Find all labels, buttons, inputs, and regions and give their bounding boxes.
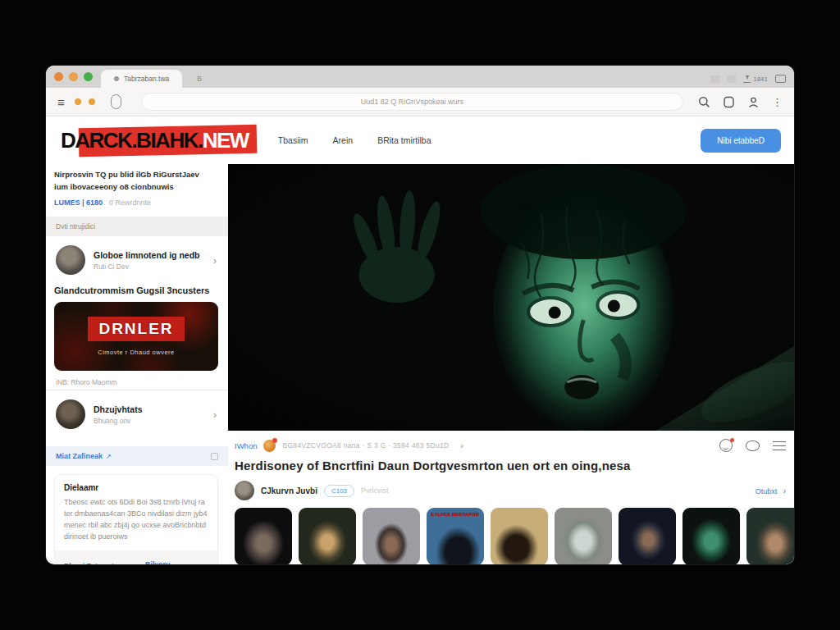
author-avatar[interactable] — [235, 481, 254, 500]
card-footer-link-2[interactable]: Bilveru — [145, 560, 171, 564]
stats-row: LUMES | 6180 0 Rewrdnnte — [54, 199, 218, 207]
thumbnail-pale-ghost-face[interactable] — [555, 508, 612, 564]
main-column: IWhon BG84VZCVOOA8 nana · S 3 G · 3594 4… — [228, 164, 794, 564]
window-maximize-button[interactable] — [84, 72, 93, 81]
site-description: Nirprosvin TQ pu blid ilGb RiGurstJaev i… — [54, 169, 218, 193]
chevron-right-icon: › — [213, 409, 217, 421]
thumbnail-overlay-text: EYLFES BERTAPSD — [427, 512, 484, 517]
menu-icon[interactable]: ≡ — [57, 95, 65, 109]
kebab-menu-icon[interactable]: ⋮ — [772, 96, 783, 108]
author-badge: C103 — [324, 485, 354, 497]
window-close-button[interactable] — [54, 72, 63, 81]
author-action-link[interactable]: Otubxt — [756, 487, 778, 495]
browser-window: Tabrzaban.twa B 1841 ≡ Uud1 82 Q RiGnVsp… — [46, 66, 794, 564]
main-nav: Tbasiim Arein BRita tmirtilba — [278, 135, 431, 145]
quick-link-bar[interactable]: Miat Zafineak ↗ — [46, 446, 228, 466]
thumbnail-man-green-bg[interactable] — [746, 508, 794, 564]
card-title: Dielaamr — [64, 483, 208, 492]
source-link[interactable]: IWhon — [235, 441, 257, 450]
related-thumbnails-strip: EYLFES BERTAPSD — [228, 504, 794, 564]
tab-favicon — [114, 76, 119, 81]
browser-tab-active[interactable]: Tabrzaban.twa — [101, 70, 182, 88]
orange-dot-icon[interactable] — [75, 98, 81, 105]
channel-subtitle: Ruti Ci Dev — [94, 262, 200, 271]
orange-dot-icon-2[interactable] — [89, 98, 95, 105]
window-controls — [54, 66, 101, 88]
account-icon[interactable] — [747, 96, 760, 108]
thumbnail-green-alien-face[interactable] — [682, 508, 740, 564]
window-minimize-button[interactable] — [69, 72, 78, 81]
banner-title: DRNLER — [88, 317, 184, 341]
profile-icon[interactable] — [723, 96, 735, 108]
avatar — [56, 399, 85, 429]
video-info-row: IWhon BG84VZCVOOA8 nana · S 3 G · 3594 4… — [228, 431, 794, 456]
card-footer-link-1[interactable]: Pber i Fytnmrt — [64, 562, 114, 564]
thumbnail-boy-dark-blue[interactable] — [619, 508, 676, 564]
chevron-right-icon: › — [783, 486, 786, 495]
banner-caption: Cimovte r Dhaud owvere — [98, 349, 175, 356]
author-action-wrap: Otubxt › — [756, 486, 786, 495]
browser-tab-bar: Tabrzaban.twa B 1841 — [46, 66, 794, 88]
site-description-line1: Nirprosvin TQ pu blid ilGb RiGurstJaev — [54, 170, 199, 179]
author-label: Pvrlcvist — [361, 486, 389, 495]
thumbnail-woman-grey-bg[interactable] — [363, 508, 420, 564]
tabbar-right-controls: 1841 — [710, 75, 786, 88]
chevron-right-icon: › — [213, 254, 217, 267]
sidebar: Nirprosvin TQ pu blid ilGb RiGurstJaev i… — [46, 164, 228, 564]
browser-tab-secondary[interactable]: B — [182, 75, 217, 88]
browser-toolbar: ≡ Uud1 82 Q RiGnVspokeai wurs ⋮ — [46, 88, 794, 116]
logo-text-main: DARCK.BIAHK. — [61, 128, 203, 153]
playlist-icon[interactable] — [773, 441, 786, 450]
nav-item-2[interactable]: Arein — [333, 135, 354, 145]
stats-link[interactable]: LUMES | 6180 — [54, 199, 103, 207]
chevron-down-icon: ▾ — [121, 564, 124, 564]
nav-item-3[interactable]: BRita tmirtilba — [377, 135, 431, 145]
search-icon[interactable] — [698, 96, 710, 108]
comments-icon[interactable] — [746, 441, 760, 451]
channel-title: Globoe Iimnotend ig nedb — [94, 250, 200, 260]
external-link-icon: ↗ — [106, 453, 112, 460]
chevron-right-icon[interactable]: › — [460, 441, 463, 450]
promo-banner[interactable]: DRNLER Cimovte r Dhaud owvere — [54, 302, 218, 371]
site-header: DARCK.BIAHK.NEW Tbasiim Arein BRita tmir… — [46, 116, 794, 164]
channel-item-2[interactable]: Dhzujvhtats Bhuang onv › — [54, 390, 218, 438]
toolbar-right-icons: ⋮ — [698, 96, 783, 108]
video-title: Herdisoney of Bncrtfini Daun Dortgvesmrt… — [228, 456, 794, 474]
author-row: CJkurvn Juvbi C103 Pvrlcvist Otubxt › — [228, 474, 794, 504]
new-window-icon[interactable] — [775, 75, 786, 83]
thumbnail-tan-card-curly-hair[interactable] — [491, 508, 548, 564]
card-footer: Pber i Fytnmrt ▾ Bilveru — [55, 550, 217, 564]
banner-meta: iNB: Rhoro Maomm — [56, 378, 217, 386]
video-stats: BG84VZCVOOA8 nana · S 3 G · 3594 463 5Du… — [282, 441, 449, 450]
coin-badge-icon[interactable] — [263, 440, 276, 452]
extension-icon-2[interactable] — [727, 75, 736, 83]
downloads-indicator[interactable]: 1841 — [743, 75, 768, 83]
subscribe-button[interactable]: Nibi etabbeD — [701, 129, 781, 153]
thumbnail-blond-man-dark[interactable] — [299, 508, 356, 564]
site-description-line2: ium ibovaceeony o8 cionbnuwis — [54, 182, 174, 191]
nav-item-1[interactable]: Tbasiim — [278, 135, 308, 145]
sidebar-heading: Glandcutrommism Gugsil 3ncusters — [54, 285, 218, 295]
thumbnail-blue-card-silhouette[interactable]: EYLFES BERTAPSD — [427, 508, 484, 564]
channel-title: Dhzujvhtats — [94, 404, 143, 414]
sidebar-section-header: Dvti ntrujidici — [46, 217, 228, 236]
url-bar[interactable]: Uud1 82 Q RiGnVspokeai wurs — [141, 93, 683, 111]
shield-icon[interactable] — [111, 94, 121, 109]
quick-link[interactable]: Miat Zafineak — [56, 452, 103, 460]
video-action-icons — [719, 439, 786, 452]
author-name[interactable]: CJkurvn Juvbi — [261, 486, 317, 495]
sidebar-card: Dielaamr Tbeosc ewtc ots 6Ddi Boi 3s8 tz… — [54, 474, 218, 564]
extension-icon[interactable] — [710, 75, 719, 83]
channel-item-1[interactable]: Globoe Iimnotend ig nedb Ruti Ci Dev › — [54, 236, 218, 284]
video-player[interactable] — [228, 164, 794, 431]
copy-icon[interactable] — [211, 453, 218, 460]
video-frame-horror-face — [228, 164, 794, 431]
logo-text-accent: NEW — [203, 128, 249, 153]
avatar — [56, 245, 85, 275]
stats-meta: 0 Rewrdnnte — [109, 199, 151, 207]
thumbnail-dark-portrait-man[interactable] — [235, 508, 292, 564]
reaction-icon[interactable] — [719, 439, 733, 452]
site-logo[interactable]: DARCK.BIAHK.NEW — [59, 126, 257, 156]
channel-subtitle: Bhuang onv — [94, 417, 143, 425]
download-icon — [743, 75, 751, 83]
